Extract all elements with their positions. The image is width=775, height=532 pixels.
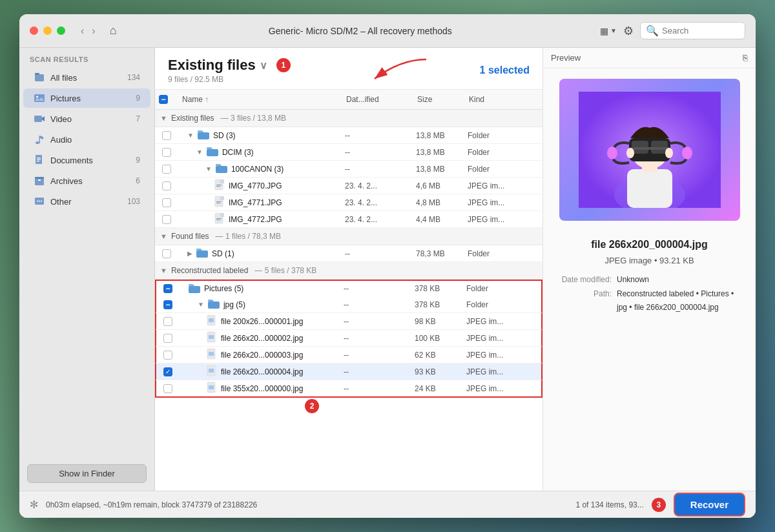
svg-rect-11 (35, 178, 44, 185)
expand-icon[interactable]: ▶ (187, 250, 192, 257)
svg-rect-9 (37, 159, 41, 160)
row-checkbox-jpg5[interactable] (163, 300, 172, 309)
row-checkbox-file1[interactable] (163, 317, 172, 326)
sidebar-item-video[interactable]: Video 7 (23, 109, 150, 128)
show-in-finder-button[interactable]: Show in Finder (27, 464, 147, 483)
search-input[interactable] (662, 26, 739, 36)
recover-button[interactable]: Recover (674, 493, 745, 517)
svg-rect-25 (216, 186, 220, 187)
row-checkbox-img4770[interactable] (162, 181, 171, 190)
sidebar-item-all-files[interactable]: All files 134 (23, 68, 150, 87)
row-date: -- (341, 366, 412, 378)
sidebar-item-documents[interactable]: Documents 9 (23, 150, 150, 170)
status-text: 0h03m elapsed, ~0h19m remain, block 3747… (46, 500, 568, 509)
row-checkbox-img4772[interactable] (162, 215, 171, 224)
table-row[interactable]: ▼ DCIM (3) -- 13,8 MB Folder (155, 144, 542, 161)
preview-meta: Date modified: Unknown Path: Reconstruct… (553, 273, 745, 315)
filter-button[interactable]: ⚙ (623, 24, 634, 38)
section-reconstructed: ▼ Reconstructed labeled — 5 files / 378 … (155, 262, 542, 280)
svg-rect-34 (196, 251, 208, 258)
section-chevron-found[interactable]: ▼ (160, 232, 167, 240)
row-date: -- (342, 130, 413, 141)
row-name-text: IMG_4771.JPG (229, 198, 282, 207)
sidebar-item-audio[interactable]: Audio (23, 130, 150, 149)
table-row[interactable]: IMG_4770.JPG 23. 4. 2... 4,6 MB JPEG im.… (155, 178, 542, 194)
svg-rect-55 (630, 147, 669, 150)
table-row[interactable]: ▼ SD (3) -- 13,8 MB Folder (155, 127, 542, 144)
expand-icon[interactable]: ▼ (196, 148, 203, 156)
preview-date-label: Date modified: (553, 273, 612, 287)
maximize-button[interactable] (57, 26, 65, 35)
svg-rect-46 (209, 385, 214, 389)
row-check (155, 248, 178, 260)
row-checkbox-file2[interactable] (163, 334, 172, 343)
table-row[interactable]: ▼ 100CANON (3) -- 13,8 MB Folder (155, 161, 542, 178)
row-date: -- (341, 316, 412, 327)
row-checkbox-100canon[interactable] (162, 165, 171, 174)
back-button[interactable]: ‹ (78, 24, 87, 38)
preview-date-value: Unknown (617, 273, 745, 287)
table-row[interactable]: ▶ SD (1) -- 78,3 MB Folder (155, 245, 542, 262)
row-checkbox-file5[interactable] (163, 384, 172, 393)
section-chevron-existing[interactable]: ▼ (160, 114, 167, 122)
row-name-text: file 266x20...000003.jpg (221, 351, 303, 360)
expand-icon[interactable]: ▼ (198, 301, 204, 308)
jpeg-file-icon (214, 179, 225, 192)
titlebar: ‹ › ⌂ Generic- Micro SD/M2 – All recover… (19, 14, 756, 48)
annotation-1-badge: 1 (276, 58, 291, 72)
status-count: 1 of 134 items, 93... (575, 500, 643, 509)
table-row[interactable]: file 200x26...000001.jpg -- 98 KB JPEG i… (155, 313, 542, 330)
sidebar-item-pictures[interactable]: Pictures 9 (23, 88, 150, 108)
table-row[interactable]: IMG_4771.JPG 23. 4. 2... 4,8 MB JPEG im.… (155, 194, 542, 211)
archive-icon (34, 175, 45, 187)
sidebar-item-other[interactable]: Other 103 (23, 192, 150, 211)
table-row[interactable]: Pictures (5) -- 378 KB Folder (155, 280, 542, 296)
row-checkbox-dcim[interactable] (162, 148, 171, 157)
section-info-reconstructed: — 5 files / 378 KB (254, 266, 316, 275)
row-name: ▼ SD (3) (178, 128, 342, 143)
svg-rect-12 (35, 177, 44, 179)
minimize-button[interactable] (43, 26, 52, 35)
view-toggle-button[interactable]: ▦ ▼ (600, 26, 617, 36)
row-checkbox-file3[interactable] (163, 351, 172, 360)
table-container: Name ↑ Dat...ified Size Kind ▼ Existing … (155, 90, 542, 491)
table-row[interactable]: ▼ jpg (5) -- 378 KB Folder (155, 296, 542, 313)
row-kind: JPEG im... (465, 214, 542, 225)
sidebar-count-documents: 9 (136, 156, 140, 165)
sidebar-item-archives[interactable]: Archives 6 (23, 171, 150, 190)
row-kind: JPEG im... (464, 366, 541, 378)
svg-rect-2 (34, 94, 45, 102)
folder-icon (208, 298, 220, 311)
sidebar-count-other: 103 (127, 197, 140, 206)
folder-icon (196, 247, 208, 260)
row-checkbox-pictures5[interactable] (163, 284, 172, 293)
row-checkbox-sd3[interactable] (162, 131, 171, 140)
column-headers: Name ↑ Dat...ified Size Kind (155, 90, 542, 110)
svg-rect-36 (208, 302, 220, 309)
copy-icon[interactable]: ⎘ (743, 53, 748, 63)
forward-button[interactable]: › (89, 24, 98, 38)
close-button[interactable] (30, 26, 38, 35)
svg-point-16 (39, 201, 40, 202)
table-row[interactable]: file 266x20...000002.jpg -- 100 KB JPEG … (155, 330, 542, 347)
expand-icon[interactable]: ▼ (187, 132, 194, 139)
main-and-preview: Existing files ∨ 1 9 files / 92.5 MB 1 s… (155, 48, 756, 491)
row-kind: JPEG im... (465, 197, 542, 209)
table-row[interactable]: file 355x20...000000.jpg -- 24 KB JPEG i… (155, 380, 542, 398)
row-checkbox-img4771[interactable] (162, 198, 171, 207)
svg-rect-29 (216, 203, 220, 203)
table-row[interactable]: IMG_4772.JPG 23. 4. 2... 4,4 MB JPEG im.… (155, 211, 542, 228)
row-checkbox-file4[interactable] (163, 367, 172, 376)
home-button[interactable]: ⌂ (106, 23, 121, 39)
table-row[interactable]: file 266x20...000004.jpg -- 93 KB JPEG i… (155, 363, 542, 380)
sidebar-header: Scan results (19, 48, 154, 67)
table-row[interactable]: file 266x20...000003.jpg -- 62 KB JPEG i… (155, 347, 542, 363)
expand-icon[interactable]: ▼ (205, 165, 212, 172)
row-check (155, 214, 178, 225)
select-all-checkbox[interactable] (159, 95, 168, 104)
svg-rect-28 (216, 201, 222, 202)
sidebar-label-pictures: Pictures (50, 94, 130, 103)
section-chevron-reconstructed[interactable]: ▼ (160, 267, 167, 274)
svg-rect-0 (35, 74, 44, 81)
row-checkbox-sd1[interactable] (162, 249, 171, 258)
